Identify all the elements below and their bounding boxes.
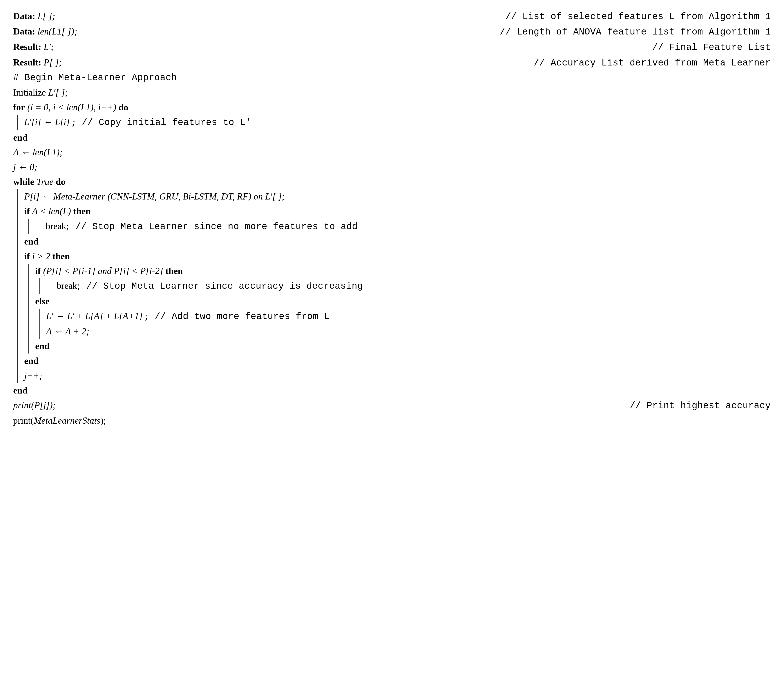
line-data-1: Data: L[ ]; // List of selected features… xyxy=(13,9,771,24)
expr: print(P[j]); xyxy=(13,400,56,410)
kw-then: then xyxy=(53,251,70,261)
expr: MetaLearnerStats xyxy=(34,416,100,425)
label: Data: xyxy=(13,11,35,21)
line-print-pj: print(P[j]); // Print highest accuracy xyxy=(13,398,771,413)
kw-if: if xyxy=(35,266,41,276)
cond: (i = 0, i < len(L1), i++) xyxy=(27,102,116,112)
label: Result: xyxy=(13,42,41,52)
line-if-len-end: end xyxy=(24,234,363,249)
expr: j++; xyxy=(24,368,42,383)
kw-end: end xyxy=(13,383,28,398)
kw-do: do xyxy=(56,176,66,187)
line-if-p-end: end xyxy=(35,339,363,353)
expr: L[ ]; xyxy=(38,11,55,21)
expr: P[i] ← Meta-Learner (CNN-LSTM, GRU, Bi-L… xyxy=(24,191,285,201)
kw-then: then xyxy=(73,206,91,216)
line-initialize: Initialize L′[ ]; xyxy=(13,85,771,100)
cond: (P[i] < P[i-1] and P[i] < P[i-2] xyxy=(43,266,163,276)
line-print-stats: print(MetaLearnerStats); xyxy=(13,413,771,428)
expr: L′ ← L′ + L[A] + L[A+1] ; xyxy=(46,309,148,323)
expr: L′[ ]; xyxy=(48,87,68,97)
line-assign-a: A ← len(L1); xyxy=(13,145,771,160)
line-assign-j: j ← 0; xyxy=(13,160,771,175)
line-break-1: break; // Stop Meta Learner since no mor… xyxy=(46,219,357,234)
pre: print( xyxy=(13,416,34,425)
comment: // Print highest accuracy xyxy=(623,399,771,413)
line-while-end: end xyxy=(13,383,771,398)
line-else: else xyxy=(35,294,363,309)
line-for: for (i = 0, i < len(L1), i++) do xyxy=(13,100,771,115)
comment: // Copy initial features to L' xyxy=(75,115,251,130)
line-if-p: if (P[i] < P[i-1] and P[i] < P[i-2] then xyxy=(35,264,363,279)
kw-do: do xyxy=(119,102,128,112)
line-j-pp: j++; xyxy=(24,368,363,383)
kw-for: for xyxy=(13,102,25,112)
comment: // Final Feature List xyxy=(646,40,771,55)
line-a-plus-2: A ← A + 2; xyxy=(46,324,330,339)
label: Result: xyxy=(13,57,41,68)
post: ); xyxy=(100,416,106,425)
cond: i > 2 xyxy=(32,251,50,261)
line-if-len: if A < len(L) then xyxy=(24,204,363,219)
line-break-2: break; // Stop Meta Learner since accura… xyxy=(57,279,363,294)
line-for-body: L′[i] ← L[i] ; // Copy initial features … xyxy=(24,115,251,130)
kw-end: end xyxy=(24,353,38,368)
expr: break; xyxy=(57,279,80,293)
comment: // Stop Meta Learner since no more featu… xyxy=(69,219,357,234)
expr: A ← len(L1); xyxy=(13,145,63,160)
line-data-2: Data: len(L1[ ]); // Length of ANOVA fea… xyxy=(13,24,771,40)
kw-if: if xyxy=(24,206,30,216)
line-while: while True do xyxy=(13,175,771,189)
line-begin-comment: # Begin Meta-Learner Approach xyxy=(13,71,771,85)
kw-end: end xyxy=(24,234,38,249)
line-result-1: Result: L′; // Final Feature List xyxy=(13,40,771,55)
line-if-i: if i > 2 then xyxy=(24,249,363,264)
line-result-2: Result: P[ ]; // Accuracy List derived f… xyxy=(13,55,771,71)
kw-if: if xyxy=(24,251,30,261)
pre: Initialize xyxy=(13,87,48,97)
kw-end: end xyxy=(35,339,49,353)
algorithm-listing: Data: L[ ]; // List of selected features… xyxy=(13,9,771,428)
text: # Begin Meta-Learner Approach xyxy=(13,71,177,85)
expr: j ← 0; xyxy=(13,160,37,175)
comment: // Stop Meta Learner since accuracy is d… xyxy=(80,279,363,294)
expr: A ← A + 2; xyxy=(46,324,89,339)
cond: A < len(L) xyxy=(32,206,71,216)
expr: L′; xyxy=(44,42,54,52)
comment: // List of selected features L from Algo… xyxy=(499,10,771,24)
line-if-i-end: end xyxy=(24,353,363,368)
expr: P[ ]; xyxy=(44,57,62,68)
comment: // Accuracy List derived from Meta Learn… xyxy=(527,56,771,71)
expr: L′[i] ← L[i] ; xyxy=(24,115,75,129)
cond: True xyxy=(36,176,53,187)
kw-then: then xyxy=(165,266,183,276)
comment: // Add two more features from L xyxy=(148,309,330,324)
kw-else: else xyxy=(35,294,49,309)
line-for-end: end xyxy=(13,130,771,145)
line-meta-call: P[i] ← Meta-Learner (CNN-LSTM, GRU, Bi-L… xyxy=(24,189,363,204)
comment: // Length of ANOVA feature list from Alg… xyxy=(493,25,771,40)
kw-while: while xyxy=(13,176,34,187)
line-add-features: L′ ← L′ + L[A] + L[A+1] ; // Add two mor… xyxy=(46,309,330,324)
kw-end: end xyxy=(13,130,28,145)
expr: break; xyxy=(46,219,69,234)
expr: len(L1[ ]); xyxy=(38,26,77,36)
label: Data: xyxy=(13,26,35,36)
